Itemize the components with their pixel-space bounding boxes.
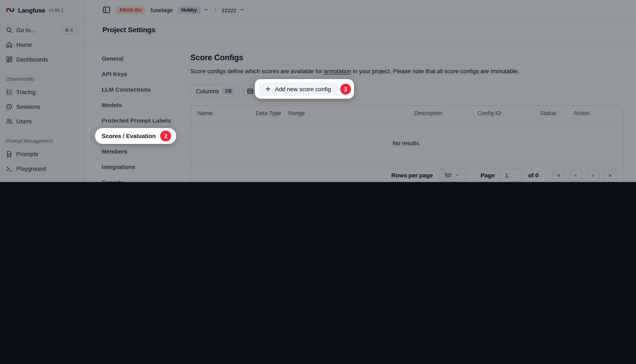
page-count-label: of 0 — [528, 172, 538, 178]
settings-nav-integrations[interactable]: Integrations — [95, 161, 142, 173]
brand-version: v3.86.1 — [48, 8, 64, 12]
settings-nav: General API Keys LLM Connections Models … — [86, 40, 190, 182]
dashboard-icon — [6, 56, 12, 63]
rows-icon — [247, 88, 254, 94]
section-title: Score Configs — [190, 53, 623, 62]
sidebar: Langfuse v3.86.1 Go to... ⌘ K Home Dashb… — [0, 0, 86, 182]
column-header-action[interactable]: Action — [574, 110, 616, 116]
org-breadcrumb[interactable]: fuselage — [151, 6, 173, 13]
project-selector[interactable]: zzzzz — [222, 6, 245, 13]
section-label-prompt-management: Prompt Management — [6, 138, 80, 144]
column-header-name[interactable]: Name — [198, 110, 256, 116]
plan-selector[interactable]: Hobby — [178, 6, 209, 14]
add-score-config-button[interactable]: Add new score config — [258, 82, 337, 96]
first-page-button[interactable]: « — [552, 169, 565, 181]
nav-label: General — [102, 55, 124, 62]
rows-per-page-value: 50 — [445, 172, 451, 178]
sidebar-item-label: Sessions — [16, 103, 40, 110]
nav-label: Exports — [102, 179, 124, 182]
breadcrumb-separator: / — [214, 6, 216, 14]
columns-button[interactable]: Columns 7/8 — [190, 84, 240, 98]
settings-nav-llm-connections[interactable]: LLM Connections — [95, 83, 158, 96]
tutorial-step-badge-2: 2 — [160, 130, 171, 142]
table-footer: Rows per page 50 Page of 0 « — [191, 165, 622, 182]
settings-nav-exports[interactable]: Exports — [95, 176, 130, 182]
chevron-down-icon — [455, 173, 460, 178]
settings-nav-scores-evaluation[interactable]: Scores / Evaluation 2 — [95, 128, 176, 144]
settings-content: General API Keys LLM Connections Models … — [86, 40, 636, 182]
settings-nav-api-keys[interactable]: API Keys — [95, 68, 134, 80]
sidebar-item-sessions[interactable]: Sessions — [5, 100, 80, 114]
sidebar-item-users[interactable]: Users — [5, 115, 80, 128]
table-header-row: Name Data Type Range Description Config … — [191, 106, 622, 121]
next-page-button[interactable]: › — [587, 169, 599, 181]
last-page-button[interactable]: » — [604, 169, 616, 181]
page-title: Project Settings — [102, 26, 155, 34]
nav-label: Models — [102, 102, 122, 108]
clock-icon — [6, 103, 12, 110]
column-header-config-id[interactable]: Config ID — [478, 110, 540, 116]
section-description: Score configs define which scores are av… — [190, 68, 623, 74]
column-header-data-type[interactable]: Data Type — [256, 110, 288, 116]
nav-label: Scores / Evaluation — [102, 133, 156, 139]
sidebar-item-goto[interactable]: Go to... ⌘ K — [5, 24, 80, 37]
plan-badge: Hobby — [178, 6, 201, 14]
sidebar-toggle-button[interactable] — [102, 6, 110, 14]
nav-label: Members — [102, 148, 128, 155]
users-icon — [6, 118, 12, 125]
column-header-range[interactable]: Range — [288, 110, 414, 116]
columns-label: Columns — [196, 88, 219, 94]
sidebar-item-playground[interactable]: Playground — [5, 162, 80, 175]
sidebar-item-label: Tracing — [16, 89, 36, 96]
settings-nav-general[interactable]: General — [95, 52, 130, 65]
score-configs-table: Name Data Type Range Description Config … — [190, 106, 623, 182]
sidebar-item-dashboards[interactable]: Dashboards — [5, 53, 80, 66]
page-label: Page — [480, 172, 494, 178]
sidebar-item-label: Playground — [16, 165, 46, 172]
project-name: zzzzz — [222, 6, 236, 13]
file-code-icon — [6, 150, 12, 157]
sidebar-item-label: Users — [16, 118, 32, 125]
nav-label: LLM Connections — [102, 86, 151, 93]
settings-nav-models[interactable]: Models — [95, 99, 128, 111]
topbar: PROD-EU fuselage Hobby / zzzzz — [86, 0, 636, 20]
sidebar-item-label: Prompts — [16, 150, 38, 157]
nav-label: API Keys — [102, 71, 127, 78]
tutorial-highlight-card: Add new score config 3 — [255, 79, 354, 99]
plus-icon — [265, 86, 271, 92]
description-text: Score configs define which scores are av… — [190, 68, 324, 74]
environment-badge: PROD-EU — [116, 6, 145, 14]
annotation-link[interactable]: annotation — [324, 68, 351, 74]
sidebar-item-prompts[interactable]: Prompts — [5, 147, 80, 161]
list-tree-icon — [6, 89, 12, 96]
brand[interactable]: Langfuse v3.86.1 — [5, 0, 80, 20]
chevron-down-icon — [204, 7, 209, 12]
add-button-label: Add new score config — [275, 86, 331, 92]
langfuse-logo-icon — [6, 7, 15, 14]
description-text: in your project. Please note that all sc… — [351, 68, 519, 74]
page-number-input[interactable] — [500, 168, 523, 182]
main-area: PROD-EU fuselage Hobby / zzzzz Project S… — [86, 0, 636, 182]
sidebar-item-home[interactable]: Home — [5, 38, 80, 52]
settings-nav-protected-prompt-labels[interactable]: Protected Prompt Labels — [95, 114, 178, 127]
rows-per-page-select[interactable]: 50 — [439, 168, 466, 182]
sidebar-item-tracing[interactable]: Tracing — [5, 85, 80, 99]
nav-label: Integrations — [102, 164, 135, 170]
tutorial-step-badge-3: 3 — [340, 84, 351, 94]
score-configs-section: Score Configs Score configs define which… — [190, 40, 636, 182]
column-header-status[interactable]: Status — [540, 110, 574, 116]
table-toolbar: Columns 7/8 Add new score con — [190, 81, 623, 101]
sidebar-item-label: Home — [16, 42, 32, 48]
column-header-description[interactable]: Description — [414, 110, 478, 116]
rows-per-page-label: Rows per page — [391, 172, 433, 178]
columns-count-badge: 7/8 — [222, 88, 234, 94]
terminal-icon — [6, 165, 12, 172]
langfuse-app: Langfuse v3.86.1 Go to... ⌘ K Home Dashb… — [0, 0, 636, 182]
settings-nav-members[interactable]: Members — [95, 145, 134, 158]
pagination-buttons: « ‹ › » — [552, 169, 616, 181]
chevron-down-icon — [239, 7, 245, 12]
empty-state-text: No results. — [191, 121, 622, 165]
goto-shortcut-badge: ⌘ K — [61, 26, 77, 34]
brand-name: Langfuse — [18, 6, 45, 14]
previous-page-button[interactable]: ‹ — [570, 169, 582, 181]
